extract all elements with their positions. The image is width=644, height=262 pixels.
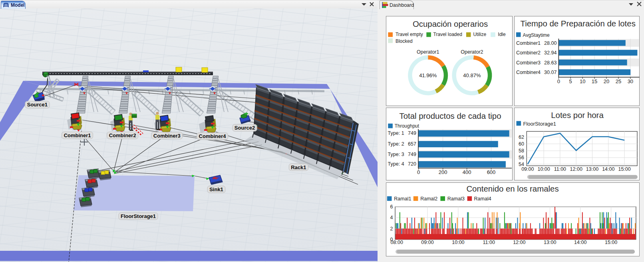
svg-text:08:00: 08:00 [391, 239, 403, 245]
svg-text:200: 200 [439, 169, 447, 175]
svg-text:Travel empty: Travel empty [395, 32, 423, 37]
svg-text:FloorStorage1: FloorStorage1 [523, 121, 556, 127]
svg-text:14:00: 14:00 [602, 166, 614, 172]
svg-text:11:00: 11:00 [554, 166, 566, 172]
svg-text:20: 20 [603, 78, 609, 84]
svg-text:Ocupación operarios: Ocupación operarios [412, 19, 487, 28]
svg-text:60: 60 [519, 141, 524, 147]
svg-text:749: 749 [408, 130, 416, 136]
svg-text:Combiner2: Combiner2 [109, 132, 136, 138]
svg-text:720: 720 [408, 161, 416, 167]
svg-text:600: 600 [487, 169, 496, 175]
svg-text:12:00: 12:00 [570, 166, 582, 172]
svg-text:Operator1: Operator1 [417, 49, 439, 54]
svg-text:Combiner2: Combiner2 [516, 50, 540, 56]
svg-text:25: 25 [615, 78, 621, 84]
svg-text:30: 30 [627, 78, 633, 84]
svg-text:2: 2 [390, 226, 393, 231]
svg-text:Source2: Source2 [235, 125, 255, 131]
svg-text:Combiner3: Combiner3 [516, 60, 540, 65]
svg-text:Contenido en los ramales: Contenido en los ramales [466, 184, 559, 193]
svg-text:56: 56 [519, 155, 524, 160]
svg-text:Travel loaded: Travel loaded [433, 32, 462, 37]
svg-text:14:00: 14:00 [574, 239, 586, 245]
svg-text:0: 0 [557, 78, 560, 84]
svg-text:Blocked: Blocked [395, 38, 412, 44]
svg-text:62: 62 [519, 134, 524, 140]
svg-text:28.63: 28.63 [544, 60, 557, 65]
svg-text:58: 58 [519, 148, 524, 154]
svg-text:13:00: 13:00 [544, 239, 556, 245]
svg-text:41.96%: 41.96% [419, 72, 437, 78]
svg-text:Total productos de cada tipo: Total productos de cada tipo [399, 112, 501, 120]
svg-text:Utilize: Utilize [473, 32, 486, 37]
svg-text:40.87%: 40.87% [463, 72, 481, 78]
svg-text:Operator2: Operator2 [461, 49, 483, 54]
svg-text:6: 6 [390, 204, 393, 210]
svg-text:Idle: Idle [498, 32, 506, 37]
svg-text:Ramal1: Ramal1 [394, 196, 411, 201]
svg-text:13:00: 13:00 [586, 166, 598, 172]
svg-text:12:00: 12:00 [513, 239, 525, 245]
svg-text:Ramal3: Ramal3 [447, 196, 465, 201]
svg-text:32.94: 32.94 [544, 50, 557, 56]
svg-text:10:00: 10:00 [537, 166, 550, 172]
svg-text:5: 5 [569, 78, 572, 84]
svg-text:28.00: 28.00 [544, 40, 557, 46]
svg-text:Type: 3: Type: 3 [388, 152, 404, 157]
svg-text:09:00: 09:00 [421, 239, 433, 245]
svg-text:400: 400 [463, 169, 471, 175]
svg-text:Combiner4: Combiner4 [516, 70, 540, 75]
svg-text:Source1: Source1 [27, 102, 48, 108]
svg-text:Combiner4: Combiner4 [199, 133, 227, 139]
svg-text:657: 657 [408, 141, 416, 147]
svg-text:15: 15 [591, 78, 597, 84]
svg-text:Combiner3: Combiner3 [153, 133, 181, 139]
svg-text:Type: 1: Type: 1 [388, 130, 404, 136]
svg-text:FloorStorage1: FloorStorage1 [121, 213, 156, 219]
svg-text:AvgStaytime: AvgStaytime [523, 32, 549, 38]
svg-text:Ramal4: Ramal4 [474, 196, 491, 201]
svg-text:Lotes por hora: Lotes por hora [551, 111, 604, 120]
svg-text:10: 10 [579, 78, 585, 84]
svg-text:Ramal2: Ramal2 [420, 196, 437, 201]
svg-text:749: 749 [408, 152, 416, 157]
svg-text:Type: 4: Type: 4 [388, 161, 404, 167]
svg-text:Type: 2: Type: 2 [388, 141, 404, 147]
svg-text:4: 4 [390, 215, 393, 220]
svg-text:Throughput: Throughput [395, 123, 419, 129]
svg-text:15:00: 15:00 [605, 239, 617, 245]
svg-text:Combiner1: Combiner1 [64, 132, 91, 138]
svg-text:Rack1: Rack1 [291, 164, 306, 170]
svg-text:Combiner1: Combiner1 [516, 40, 540, 46]
svg-text:Sink1: Sink1 [209, 186, 223, 192]
svg-text:11:00: 11:00 [483, 239, 495, 245]
svg-text:Tiempo de Preparación de lotes: Tiempo de Preparación de lotes [520, 19, 635, 28]
svg-text:0: 0 [417, 169, 420, 175]
svg-text:15:00: 15:00 [618, 166, 630, 172]
svg-text:30.07: 30.07 [544, 70, 557, 75]
svg-text:10:00: 10:00 [452, 239, 464, 245]
svg-text:09:00: 09:00 [521, 166, 534, 172]
